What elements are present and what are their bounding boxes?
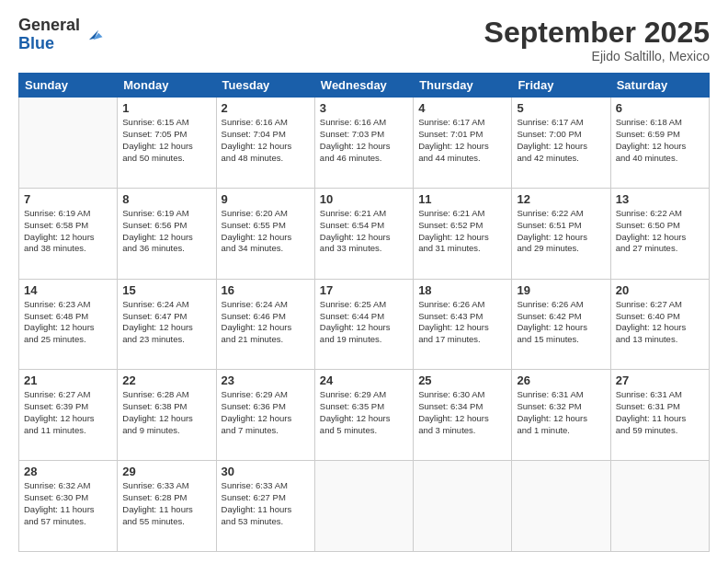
cell-content: Sunrise: 6:19 AMSunset: 6:56 PMDaylight:… — [122, 208, 210, 255]
cell-content: Sunrise: 6:33 AMSunset: 6:27 PMDaylight:… — [222, 480, 310, 527]
calendar-cell: 7Sunrise: 6:19 AMSunset: 6:58 PMDaylight… — [19, 188, 118, 279]
calendar-cell: 23Sunrise: 6:29 AMSunset: 6:36 PMDayligh… — [216, 370, 314, 461]
day-number: 15 — [122, 283, 210, 297]
cell-content: Sunrise: 6:18 AMSunset: 6:59 PMDaylight:… — [616, 117, 704, 164]
day-number: 19 — [517, 283, 605, 297]
col-saturday: Saturday — [610, 74, 709, 98]
calendar-cell: 5Sunrise: 6:17 AMSunset: 7:00 PMDaylight… — [512, 98, 610, 189]
cell-content: Sunrise: 6:19 AMSunset: 6:58 PMDaylight:… — [24, 208, 112, 255]
logo-icon — [84, 25, 104, 45]
cell-content: Sunrise: 6:16 AMSunset: 7:03 PMDaylight:… — [320, 117, 408, 164]
day-number: 17 — [320, 283, 408, 297]
cell-content: Sunrise: 6:22 AMSunset: 6:50 PMDaylight:… — [616, 208, 704, 255]
cell-content: Sunrise: 6:31 AMSunset: 6:32 PMDaylight:… — [517, 389, 605, 436]
calendar-cell: 2Sunrise: 6:16 AMSunset: 7:04 PMDaylight… — [216, 98, 314, 189]
cell-content: Sunrise: 6:30 AMSunset: 6:34 PMDaylight:… — [418, 389, 506, 436]
day-number: 29 — [122, 465, 210, 478]
cell-content: Sunrise: 6:29 AMSunset: 6:35 PMDaylight:… — [320, 389, 408, 436]
calendar-cell: 8Sunrise: 6:19 AMSunset: 6:56 PMDaylight… — [118, 188, 216, 279]
cell-content: Sunrise: 6:22 AMSunset: 6:51 PMDaylight:… — [517, 208, 605, 255]
location: Ejido Saltillo, Mexico — [484, 49, 710, 63]
page: General Blue September 2025 Ejido Saltil… — [0, 0, 728, 563]
header: General Blue September 2025 Ejido Saltil… — [18, 17, 710, 63]
logo-general: General — [18, 17, 80, 35]
calendar-cell: 3Sunrise: 6:16 AMSunset: 7:03 PMDaylight… — [314, 98, 413, 189]
calendar-cell: 30Sunrise: 6:33 AMSunset: 6:27 PMDayligh… — [216, 461, 314, 552]
cell-content: Sunrise: 6:32 AMSunset: 6:30 PMDaylight:… — [24, 480, 112, 527]
logo-blue: Blue — [18, 35, 80, 53]
calendar-cell: 13Sunrise: 6:22 AMSunset: 6:50 PMDayligh… — [610, 188, 709, 279]
day-number: 14 — [24, 283, 112, 297]
calendar-cell: 9Sunrise: 6:20 AMSunset: 6:55 PMDaylight… — [216, 188, 314, 279]
week-row-4: 21Sunrise: 6:27 AMSunset: 6:39 PMDayligh… — [19, 370, 710, 461]
day-number: 12 — [517, 192, 605, 206]
calendar-cell: 27Sunrise: 6:31 AMSunset: 6:31 PMDayligh… — [610, 370, 709, 461]
cell-content: Sunrise: 6:29 AMSunset: 6:36 PMDaylight:… — [222, 389, 310, 436]
day-number: 5 — [517, 101, 605, 115]
day-number: 16 — [222, 283, 310, 297]
day-number: 1 — [122, 101, 210, 115]
cell-content: Sunrise: 6:24 AMSunset: 6:46 PMDaylight:… — [222, 299, 310, 346]
cell-content: Sunrise: 6:26 AMSunset: 6:43 PMDaylight:… — [418, 299, 506, 346]
calendar-cell: 28Sunrise: 6:32 AMSunset: 6:30 PMDayligh… — [19, 461, 118, 552]
col-wednesday: Wednesday — [314, 74, 413, 98]
cell-content: Sunrise: 6:27 AMSunset: 6:40 PMDaylight:… — [616, 299, 704, 346]
cell-content: Sunrise: 6:17 AMSunset: 7:01 PMDaylight:… — [418, 117, 506, 164]
calendar-cell: 21Sunrise: 6:27 AMSunset: 6:39 PMDayligh… — [19, 370, 118, 461]
day-number: 21 — [24, 373, 112, 387]
day-number: 30 — [222, 465, 310, 478]
calendar-cell — [610, 461, 709, 552]
calendar-cell — [414, 461, 512, 552]
cell-content: Sunrise: 6:23 AMSunset: 6:48 PMDaylight:… — [24, 299, 112, 346]
cell-content: Sunrise: 6:17 AMSunset: 7:00 PMDaylight:… — [517, 117, 605, 164]
title-block: September 2025 Ejido Saltillo, Mexico — [484, 17, 710, 63]
day-number: 6 — [616, 101, 704, 115]
day-number: 24 — [320, 373, 408, 387]
day-number: 26 — [517, 373, 605, 387]
day-number: 11 — [418, 192, 506, 206]
calendar-cell: 15Sunrise: 6:24 AMSunset: 6:47 PMDayligh… — [118, 279, 216, 370]
cell-content: Sunrise: 6:21 AMSunset: 6:52 PMDaylight:… — [418, 208, 506, 255]
calendar-cell: 10Sunrise: 6:21 AMSunset: 6:54 PMDayligh… — [314, 188, 413, 279]
cell-content: Sunrise: 6:28 AMSunset: 6:38 PMDaylight:… — [122, 389, 210, 436]
col-tuesday: Tuesday — [216, 74, 314, 98]
calendar-cell: 11Sunrise: 6:21 AMSunset: 6:52 PMDayligh… — [414, 188, 512, 279]
month-title: September 2025 — [484, 17, 710, 49]
calendar-cell: 17Sunrise: 6:25 AMSunset: 6:44 PMDayligh… — [314, 279, 413, 370]
calendar-cell: 26Sunrise: 6:31 AMSunset: 6:32 PMDayligh… — [512, 370, 610, 461]
col-thursday: Thursday — [414, 74, 512, 98]
day-number: 18 — [418, 283, 506, 297]
calendar-cell: 19Sunrise: 6:26 AMSunset: 6:42 PMDayligh… — [512, 279, 610, 370]
calendar-cell: 16Sunrise: 6:24 AMSunset: 6:46 PMDayligh… — [216, 279, 314, 370]
calendar-cell: 18Sunrise: 6:26 AMSunset: 6:43 PMDayligh… — [414, 279, 512, 370]
cell-content: Sunrise: 6:16 AMSunset: 7:04 PMDaylight:… — [222, 117, 310, 164]
logo: General Blue — [18, 17, 104, 53]
day-number: 4 — [418, 101, 506, 115]
cell-content: Sunrise: 6:27 AMSunset: 6:39 PMDaylight:… — [24, 389, 112, 436]
day-number: 2 — [222, 101, 310, 115]
cell-content: Sunrise: 6:21 AMSunset: 6:54 PMDaylight:… — [320, 208, 408, 255]
day-number: 8 — [122, 192, 210, 206]
calendar-header-row: Sunday Monday Tuesday Wednesday Thursday… — [19, 74, 710, 98]
calendar-cell: 25Sunrise: 6:30 AMSunset: 6:34 PMDayligh… — [414, 370, 512, 461]
week-row-1: 1Sunrise: 6:15 AMSunset: 7:05 PMDaylight… — [19, 98, 710, 189]
week-row-2: 7Sunrise: 6:19 AMSunset: 6:58 PMDaylight… — [19, 188, 710, 279]
week-row-5: 28Sunrise: 6:32 AMSunset: 6:30 PMDayligh… — [19, 461, 710, 552]
calendar-cell — [314, 461, 413, 552]
col-monday: Monday — [118, 74, 216, 98]
calendar-cell: 29Sunrise: 6:33 AMSunset: 6:28 PMDayligh… — [118, 461, 216, 552]
day-number: 27 — [616, 373, 704, 387]
calendar-cell: 6Sunrise: 6:18 AMSunset: 6:59 PMDaylight… — [610, 98, 709, 189]
cell-content: Sunrise: 6:20 AMSunset: 6:55 PMDaylight:… — [222, 208, 310, 255]
calendar-cell: 1Sunrise: 6:15 AMSunset: 7:05 PMDaylight… — [118, 98, 216, 189]
day-number: 3 — [320, 101, 408, 115]
calendar-table: Sunday Monday Tuesday Wednesday Thursday… — [18, 73, 710, 552]
calendar-cell — [19, 98, 118, 189]
calendar-cell: 12Sunrise: 6:22 AMSunset: 6:51 PMDayligh… — [512, 188, 610, 279]
day-number: 22 — [122, 373, 210, 387]
calendar-cell: 22Sunrise: 6:28 AMSunset: 6:38 PMDayligh… — [118, 370, 216, 461]
day-number: 10 — [320, 192, 408, 206]
cell-content: Sunrise: 6:26 AMSunset: 6:42 PMDaylight:… — [517, 299, 605, 346]
calendar-cell — [512, 461, 610, 552]
cell-content: Sunrise: 6:33 AMSunset: 6:28 PMDaylight:… — [122, 480, 210, 527]
